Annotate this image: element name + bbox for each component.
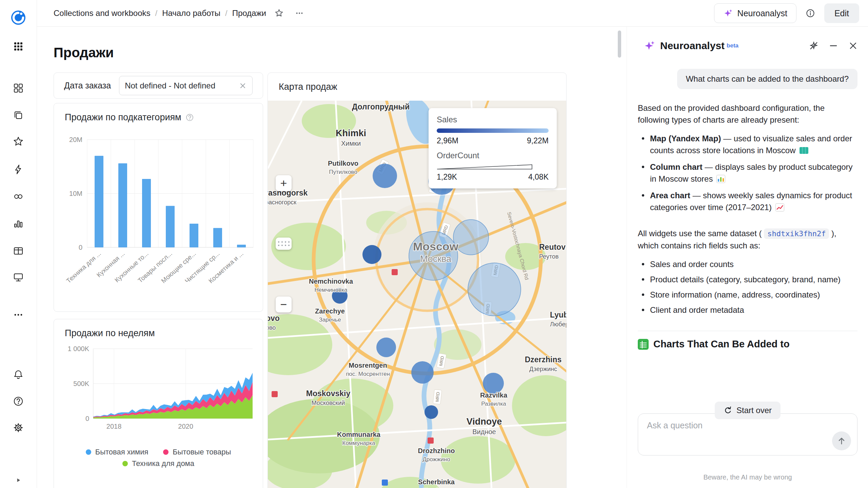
area-chart-widget: Продажи по неделям 1 000K500K020182020 Б… xyxy=(54,319,263,488)
present-chart-item: Map (Yandex Map) — used to visualize sal… xyxy=(638,133,857,158)
sidebar-item-help[interactable] xyxy=(9,392,28,411)
ordercount-legend-label: OrderCount xyxy=(437,151,549,160)
breadcrumb-current: Продажи xyxy=(232,8,266,18)
main-scrollbar-thumb[interactable] xyxy=(618,30,621,58)
magic-off-icon xyxy=(809,41,819,51)
bar-2[interactable] xyxy=(142,179,151,247)
svg-text:Moscow: Moscow xyxy=(413,240,459,253)
neuroanalyst-header: Neuroanalyst beta xyxy=(627,36,868,56)
close-icon xyxy=(848,41,858,51)
sidebar-item-notifications[interactable] xyxy=(9,365,28,384)
bar-3[interactable] xyxy=(166,206,175,247)
sales-bubble-9[interactable] xyxy=(483,373,504,394)
datalens-logo[interactable] xyxy=(9,8,28,27)
breadcrumb-getting-started[interactable]: Начало работы xyxy=(162,8,220,18)
filter-clear-button[interactable] xyxy=(239,82,247,90)
map-drag-handle[interactable] xyxy=(276,238,292,250)
sales-bubble-0[interactable] xyxy=(373,164,397,188)
road-label-pill: MRD xyxy=(433,389,442,404)
bar-0[interactable] xyxy=(95,156,103,247)
sidebar-item-dashboards[interactable] xyxy=(9,79,28,98)
sales-bubble-7[interactable] xyxy=(376,338,396,357)
bar-1[interactable] xyxy=(118,163,127,247)
edit-button[interactable]: Edit xyxy=(824,3,859,23)
map-legend: Sales 2,96M 9,22M OrderCount 1,29K 4,08K xyxy=(429,108,557,188)
station-icon xyxy=(272,391,278,397)
svg-text:расногорск: расногорск xyxy=(268,199,296,206)
svg-text:Видное: Видное xyxy=(472,428,496,435)
sidebar-item-editor[interactable] xyxy=(9,160,28,179)
svg-text:Scherbinka: Scherbinka xyxy=(418,478,455,486)
sidebar-item-more[interactable] xyxy=(9,305,28,324)
dataset-id-chip[interactable]: shdtxik3fhn2f xyxy=(764,228,829,239)
user-message: What charts can be added to the dashboar… xyxy=(677,69,857,89)
legend-item[interactable]: Бытовая химия xyxy=(86,448,149,456)
neuroanalyst-button[interactable]: Neuroanalyst xyxy=(714,3,796,23)
bar-chart-svg[interactable]: 20M10M0Техника для ...Кухонная ...Кухонн… xyxy=(59,129,258,307)
sales-map[interactable]: MRDMRDMRDMRDMRDMRDMRDSevero-Vostochnaya … xyxy=(268,101,566,488)
start-over-button[interactable]: Start over xyxy=(715,402,781,419)
dataset-field-item: Store information (name, address, coordi… xyxy=(638,289,857,301)
sidebar-item-settings[interactable] xyxy=(9,418,28,437)
ai-context-off-button[interactable] xyxy=(809,41,819,51)
sparkle-icon xyxy=(644,40,655,52)
date-filter-widget: Дата заказа Not defined - Not defined xyxy=(54,73,263,99)
breadcrumb-more-button[interactable] xyxy=(295,8,304,18)
sidebar-expand-button[interactable] xyxy=(9,471,28,488)
bar-4[interactable] xyxy=(190,224,198,247)
minimize-panel-button[interactable] xyxy=(828,41,839,51)
bar-y-tick: 0 xyxy=(79,244,82,251)
close-icon xyxy=(239,82,247,90)
station-icon xyxy=(428,438,434,444)
date-filter-select[interactable]: Not defined - Not defined xyxy=(119,76,253,95)
line-chart-icon xyxy=(775,203,784,215)
neuroanalyst-panel: Neuroanalyst beta xyxy=(627,27,868,488)
bar-6[interactable] xyxy=(237,245,246,247)
sales-bubble-10[interactable] xyxy=(425,405,438,419)
sales-bubble-4[interactable] xyxy=(468,263,521,316)
ai-disclaimer: Beware, the AI may be wrong xyxy=(627,473,868,481)
sales-bubble-5[interactable] xyxy=(362,245,381,264)
sales-gradient-bar xyxy=(437,128,549,133)
map-zoom-in-button[interactable]: + xyxy=(276,175,292,191)
favorite-star-button[interactable] xyxy=(274,8,284,18)
area-chart-legend: Бытовая химияБытовые товарыТехника для д… xyxy=(67,448,250,468)
legend-item[interactable]: Техника для дома xyxy=(122,459,194,468)
close-panel-button[interactable] xyxy=(848,41,858,51)
sidebar-item-datasets[interactable] xyxy=(9,187,28,206)
sidebar-item-presentations[interactable] xyxy=(9,268,28,287)
legend-dot-icon xyxy=(122,461,128,466)
ask-input[interactable] xyxy=(646,420,825,450)
sidebar-item-tables[interactable] xyxy=(9,241,28,260)
rings-icon xyxy=(13,191,24,202)
map-zoom-out-button[interactable]: − xyxy=(276,297,292,312)
sidebar-item-collections[interactable] xyxy=(9,106,28,125)
svg-text:Kommunarka: Kommunarka xyxy=(337,431,381,438)
star-icon xyxy=(13,136,24,147)
sidebar-item-charts[interactable] xyxy=(9,214,28,233)
legend-item[interactable]: Бытовые товары xyxy=(163,448,231,456)
send-button[interactable] xyxy=(832,431,851,450)
sidebar-item-favorites[interactable] xyxy=(9,132,28,151)
chart-help-button[interactable] xyxy=(185,113,194,122)
dashboard-area: Продажи Дата заказа Not defined - Not de… xyxy=(37,26,627,488)
svg-text:пос. Мосрентген: пос. Мосрентген xyxy=(346,371,390,377)
lightning-icon xyxy=(13,164,24,175)
next-section-heading: Charts That Can Be Added to xyxy=(638,339,857,350)
bar-chart-icon xyxy=(13,218,24,229)
legend-label: Бытовые товары xyxy=(173,448,231,456)
bar-5[interactable] xyxy=(213,228,222,247)
sidebar-item-services[interactable] xyxy=(9,37,28,56)
expand-arrow-icon xyxy=(15,476,22,484)
area-chart-svg[interactable]: 1 000K500K020182020 xyxy=(59,343,258,442)
info-button[interactable] xyxy=(805,8,815,18)
bar-chart-title: Продажи по подкатегориям xyxy=(65,112,181,123)
sales-bubble-2[interactable] xyxy=(453,220,489,255)
help-icon xyxy=(13,395,24,407)
map-place-label: MoskovskiyМосковский xyxy=(306,389,351,406)
minimize-icon xyxy=(828,41,839,51)
breadcrumb-collections[interactable]: Collections and workbooks xyxy=(54,8,150,18)
svg-text:Moskovskiy: Moskovskiy xyxy=(306,389,351,398)
bar-x-label: Техника для ... xyxy=(65,250,102,284)
sales-bubble-8[interactable] xyxy=(411,361,434,384)
